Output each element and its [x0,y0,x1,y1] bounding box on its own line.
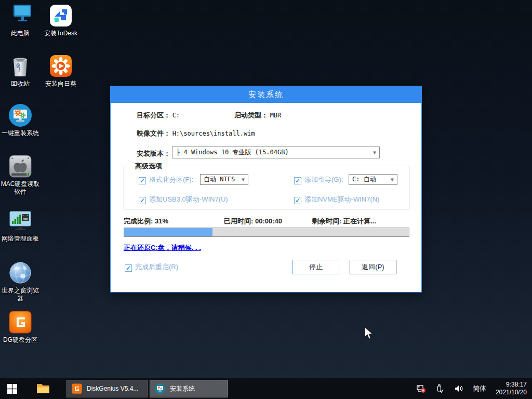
start-button[interactable] [0,378,24,399]
taskbar-install-system-label: 安装系统 [170,384,195,393]
stop-button[interactable]: 停止 [292,260,339,274]
checkbox-checked-icon: ✓ [294,197,301,204]
desktop-icon-this-pc[interactable]: 此电脑 [0,3,41,37]
install-version-label: 安装版本： [137,149,170,158]
progress-percent-text: 完成比例: 31% [124,217,168,226]
chevron-down-icon: ▼ [391,177,394,182]
boot-drive-value: C: 自动 [352,175,376,184]
install-system-dialog: 安装系统 目标分区： C: 启动类型： MBR 映像文件： H:\sources… [110,86,422,292]
nvme-driver-checkbox[interactable]: ✓添加NVME驱动-WIN7(N) [294,195,379,204]
volume-icon[interactable] [454,384,463,393]
desktop-icon-label: 回收站 [0,80,41,88]
desktop-icon-todesk[interactable]: 安装ToDesk [41,3,81,37]
progress-fill [124,228,212,236]
input-method-indicator[interactable]: 简体 [473,384,486,393]
clock[interactable]: 9:38:17 2021/10/20 [496,381,527,396]
desktop-icon-label: 世界之窗浏览器 [0,287,41,302]
boot-type-row: 启动类型： MBR [234,111,281,120]
desktop-icon-label: DG硬盘分区 [0,336,41,344]
progress-bar [124,228,409,237]
desktop-icon-recycle-bin[interactable]: 回收站 [0,54,41,88]
chevron-down-icon: ▼ [242,177,245,182]
desktop-icon-label: 一键重装系统 [0,129,41,137]
recycle-bin-icon [8,54,33,78]
desktop-icon-browser[interactable]: 世界之窗浏览器 [0,260,41,302]
add-boot-checkbox[interactable]: ✓添加引导(G): [294,175,343,184]
boot-type-value: MBR [270,112,282,119]
desktop-icon-diskgenius[interactable]: DG硬盘分区 [0,310,41,344]
status-message: 正在还原C:盘，请稍候. . . [124,243,201,252]
add-boot-label: 添加引导(G): [304,176,343,183]
usb3-driver-checkbox[interactable]: ✓添加USB3.0驱动-WIN7(U) [139,195,228,204]
back-button[interactable]: 返回(P) [350,260,396,274]
desktop-icon-reinstall-system[interactable]: 一键重装系统 [0,103,41,137]
image-file-label: 映像文件： [137,129,170,137]
taskbar-diskgenius-button[interactable]: DiskGenius V5.4... [66,380,148,397]
system-tray: 简体 9:38:17 2021/10/20 [417,381,532,396]
target-partition-row: 目标分区： C: [137,111,180,120]
diskgenius-icon [71,383,83,394]
image-file-row: 映像文件： H:\sources\install.wim [137,129,255,138]
advanced-options-group: 高级选项 ✓格式化分区(F): 自动 NTFS ▼ ✓添加引导(G): C: 自… [124,166,409,209]
desktop-icon-network-panel[interactable]: 网络管理面板 [0,208,41,243]
format-partition-label: 格式化分区(F): [149,176,193,183]
taskbar-install-system-button[interactable]: 安装系统 [150,380,228,397]
network-panel-icon [8,208,33,233]
network-disconnected-icon[interactable] [417,384,426,393]
mouse-cursor [364,326,374,340]
elapsed-time-text: 已用时间: 00:00:40 [224,217,282,226]
dialog-titlebar[interactable]: 安装系统 [111,86,421,103]
browser-globe-icon [8,260,33,285]
remaining-time-text: 剩余时间: 正在计算... [312,217,376,226]
dialog-body: 目标分区： C: 启动类型： MBR 映像文件： H:\sources\inst… [111,103,421,292]
format-type-value: 自动 NTFS [204,175,235,184]
desktop-icon-mac-disk[interactable]: MAC硬盘读取软件 [0,154,41,196]
install-version-value: ├ 4 Windows 10 专业版 (15.04GB) [176,148,289,157]
format-type-dropdown[interactable]: 自动 NTFS ▼ [200,174,248,185]
taskbar-diskgenius-label: DiskGenius V5.4... [87,385,138,392]
restart-after-label: 完成后重启(R) [135,263,178,271]
mac-disk-icon [8,154,33,179]
install-version-dropdown[interactable]: ├ 4 Windows 10 专业版 (15.04GB) ▼ [172,147,380,158]
advanced-options-title: 高级选项 [132,162,165,171]
desktop-icon-label: 网络管理面板 [0,235,41,243]
format-partition-checkbox[interactable]: ✓格式化分区(F): [139,175,193,184]
nvme-driver-label: 添加NVME驱动-WIN7(N) [304,195,379,203]
chevron-down-icon: ▼ [373,150,376,155]
desktop-icon-sunflower[interactable]: 安装向日葵 [41,54,81,88]
desktop-icon-label: 安装向日葵 [41,80,81,88]
desktop-icon-label: 安装ToDesk [41,30,81,37]
checkbox-checked-icon: ✓ [294,177,301,184]
this-pc-icon [8,3,33,28]
taskbar: DiskGenius V5.4... 安装系统 [0,378,532,399]
desktop-icon-label: 此电脑 [0,30,41,37]
diskgenius-icon [8,310,33,335]
windows-logo-icon [7,384,17,394]
checkbox-checked-icon: ✓ [139,177,146,184]
install-system-icon [154,383,166,394]
target-partition-value: C: [172,112,180,119]
image-file-value: H:\sources\install.wim [172,130,255,137]
folder-icon [36,383,50,394]
checkbox-checked-icon: ✓ [125,264,132,272]
usb3-driver-label: 添加USB3.0驱动-WIN7(U) [149,195,228,203]
restart-after-checkbox[interactable]: ✓完成后重启(R) [125,262,178,272]
todesk-icon [48,3,73,28]
sunflower-icon [48,54,73,78]
usb-eject-icon[interactable] [435,384,445,393]
boot-type-label: 启动类型： [234,111,268,119]
boot-drive-dropdown[interactable]: C: 自动 ▼ [349,174,397,185]
checkbox-checked-icon: ✓ [139,197,146,204]
desktop-icon-label: MAC硬盘读取软件 [0,180,41,196]
target-partition-label: 目标分区： [137,111,170,119]
clock-time: 9:38:17 [496,381,527,389]
reinstall-system-icon [8,103,33,128]
file-explorer-button[interactable] [31,378,55,399]
clock-date: 2021/10/20 [496,389,527,396]
